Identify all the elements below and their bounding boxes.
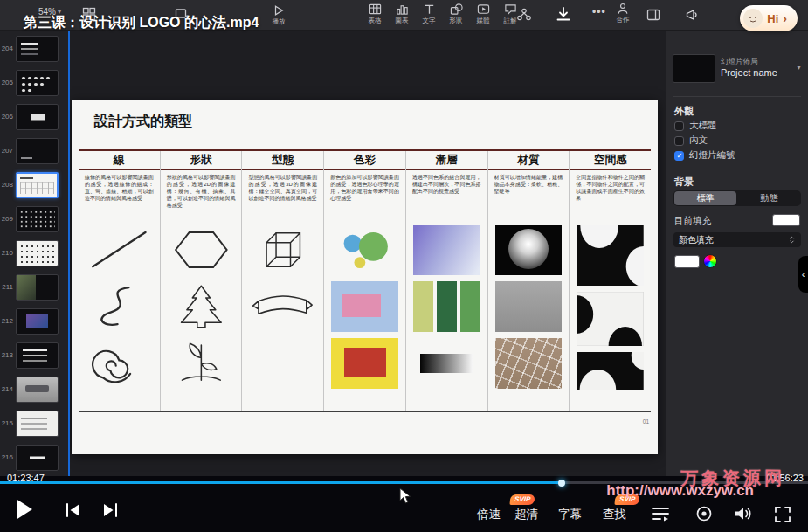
slide-thumbnail-row[interactable]: 212 xyxy=(0,304,68,338)
volume-button[interactable] xyxy=(734,506,753,522)
tab-dynamic[interactable]: 動態 xyxy=(738,191,800,205)
panel-icon xyxy=(646,8,660,22)
column-header: 材質 xyxy=(488,151,570,170)
slide-thumbnail-row[interactable]: 215 xyxy=(0,406,68,440)
slide-thumbnail-row[interactable]: 207 xyxy=(0,134,68,168)
fullscreen-button[interactable] xyxy=(774,506,791,523)
slide-number: 204 xyxy=(0,45,13,52)
avatar xyxy=(743,9,763,28)
tab-standard[interactable]: 標準 xyxy=(674,191,736,205)
slide-thumbnail-row[interactable]: 214 xyxy=(0,372,68,406)
toolbar-table-button[interactable]: 表格 xyxy=(363,3,386,25)
layout-name: Project name xyxy=(721,67,777,78)
toolbar-media-button[interactable]: 媒體 xyxy=(472,3,494,25)
collaboration-button[interactable] xyxy=(517,8,531,22)
navigator-divider[interactable] xyxy=(68,0,70,476)
slide-thumbnail[interactable] xyxy=(16,206,59,232)
slide-thumbnail[interactable] xyxy=(16,377,59,403)
layout-thumbnail[interactable] xyxy=(673,54,715,83)
column-header: 型態 xyxy=(242,151,323,170)
checkbox[interactable] xyxy=(674,121,684,131)
slide-thumbnail[interactable] xyxy=(16,36,59,62)
slide-page-number: 01 xyxy=(643,418,649,425)
current-slide[interactable]: 設計方式的類型 線 線條的風格可以影響閱讀畫面的感受，透過線條的組成：直、彎、虛… xyxy=(72,100,658,454)
play-icon xyxy=(15,498,34,521)
slide-thumbnail[interactable] xyxy=(16,172,59,198)
slide-thumbnail-row[interactable]: 204 xyxy=(0,31,68,66)
option-title[interactable]: 大標題 xyxy=(674,120,717,132)
tree-art xyxy=(168,281,235,332)
toolbar-text-button[interactable]: 文字 xyxy=(418,3,440,25)
slide-number: 214 xyxy=(0,385,13,393)
slide-thumbnail[interactable] xyxy=(16,70,59,96)
toolbar-shape-button[interactable]: 形狀 xyxy=(445,3,467,25)
design-column-form: 型態 型態的風格可以影響閱讀畫面的感受，透過3D的圖像建構：鏤空空間、真實空間，… xyxy=(242,151,324,411)
slide-thumbnail[interactable] xyxy=(16,342,59,369)
chevron-down-icon[interactable]: ▾ xyxy=(797,62,801,72)
download-button[interactable] xyxy=(556,6,571,22)
slide-thumbnail[interactable] xyxy=(16,104,59,130)
slide-number: 210 xyxy=(0,249,13,257)
layout-section-label: 幻燈片佈局 xyxy=(721,57,758,67)
play-button[interactable] xyxy=(15,498,34,521)
slide-thumbnail[interactable] xyxy=(16,445,59,471)
slide-thumbnail[interactable] xyxy=(16,411,59,437)
speed-button[interactable]: 倍速 xyxy=(477,507,501,522)
format-inspector: 幻燈片佈局 Project name ▾ 外觀 大標題 內文 幻燈片編號 背景 … xyxy=(666,30,808,476)
option-body[interactable]: 內文 xyxy=(674,135,708,147)
find-button[interactable]: 查找 xyxy=(603,507,626,522)
column-description: 線條的風格可以影響閱讀畫面的感受，透過線條的組成：直、彎、虛線、粗細，可以創造不… xyxy=(79,170,160,223)
download-icon xyxy=(556,6,571,22)
toolbar-chart-button[interactable]: 圖表 xyxy=(390,3,413,25)
slide-thumbnail-row[interactable]: 208 xyxy=(0,168,68,202)
purple-gradient-art xyxy=(413,225,480,275)
fill-type-select[interactable]: 顏色填充 xyxy=(673,232,801,247)
collaboration-icon xyxy=(517,8,531,22)
collaborate-label: 合作 xyxy=(611,16,634,24)
empty-cell xyxy=(249,338,316,389)
slide-thumbnail-row[interactable]: 213 xyxy=(0,338,68,372)
slide-thumbnail[interactable] xyxy=(16,138,59,164)
slide-thumbnail-row[interactable]: 205 xyxy=(0,66,68,100)
slide-navigator[interactable]: 2042052062072082092102112122132142152162… xyxy=(0,30,68,476)
previous-episode-button[interactable] xyxy=(65,502,82,518)
play-presentation-icon xyxy=(273,4,285,17)
next-episode-button[interactable] xyxy=(101,502,119,518)
progress-knob[interactable] xyxy=(558,480,565,487)
chart-icon xyxy=(396,3,409,16)
subtitles-button[interactable]: 字幕 xyxy=(558,507,582,522)
more-button[interactable]: ••• xyxy=(592,5,606,17)
playlist-button[interactable] xyxy=(651,506,670,522)
current-fill-swatch[interactable] xyxy=(772,214,800,226)
slide-thumbnail[interactable] xyxy=(16,274,59,301)
format-panel-button[interactable] xyxy=(646,8,660,22)
color-well[interactable] xyxy=(674,255,700,268)
checkbox[interactable] xyxy=(674,151,684,161)
assistant-pill-button[interactable]: Hi › xyxy=(740,5,798,31)
slide-thumbnail[interactable] xyxy=(16,240,59,266)
cast-button[interactable] xyxy=(685,8,699,22)
slide-thumbnail-row[interactable]: 216 xyxy=(0,440,68,474)
slide-number: 215 xyxy=(0,419,13,427)
slide-thumbnail-row[interactable]: 210 xyxy=(0,236,68,270)
slide-thumbnail-row[interactable]: 206 xyxy=(0,100,68,134)
column-description: 透過不同色系的組合與運用，構建出不同層次，不同色系搭配出不同的視覺感受 xyxy=(406,170,487,223)
slide-thumbnail-row[interactable]: 211 xyxy=(0,270,68,304)
quality-button[interactable]: 超清 xyxy=(514,507,538,522)
play-presentation-button[interactable]: 播放 xyxy=(267,4,290,26)
slide-number: 209 xyxy=(0,215,13,223)
option-slide-number[interactable]: 幻燈片編號 xyxy=(674,149,735,162)
assistant-pill-label: Hi xyxy=(767,12,778,25)
settings-button[interactable] xyxy=(695,505,713,522)
side-drawer-toggle[interactable]: ‹ xyxy=(798,256,808,293)
slide-thumbnail-row[interactable]: 209 xyxy=(0,202,68,236)
checkbox[interactable] xyxy=(674,136,684,146)
volume-icon xyxy=(734,506,753,522)
design-column-line: 線 線條的風格可以影響閱讀畫面的感受，透過線條的組成：直、彎、虛線、粗細，可以創… xyxy=(79,151,161,411)
collaborate-button[interactable]: 合作 xyxy=(611,3,634,24)
checkbox-label: 內文 xyxy=(689,135,708,147)
sprout-art xyxy=(168,338,235,389)
slide-number: 216 xyxy=(0,453,13,461)
color-picker-wheel[interactable] xyxy=(703,254,717,268)
slide-thumbnail[interactable] xyxy=(16,308,59,335)
